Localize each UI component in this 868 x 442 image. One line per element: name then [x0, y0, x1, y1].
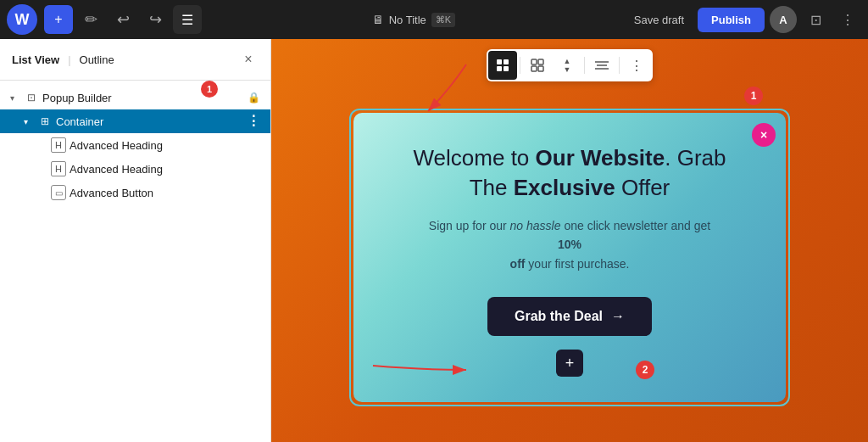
advanced-heading-2-label: Advanced Heading — [70, 163, 260, 176]
align-button[interactable] — [587, 51, 616, 80]
no-title-label: No Title — [389, 14, 426, 26]
sidebar-header: List View | Outline × — [0, 39, 270, 81]
popup-outer-border: × Welcome to Our Website. Grab The Exclu… — [349, 109, 790, 406]
lock-icon: 🔒 — [248, 92, 260, 104]
view-toggle-button[interactable]: ⊡ — [802, 6, 829, 33]
svg-rect-2 — [497, 66, 502, 71]
arrow-icon: → — [611, 309, 625, 324]
topbar: W + ✏ ↩ ↪ ☰ 🖥 No Title ⌘K Save draft Pub… — [0, 0, 868, 39]
svg-rect-4 — [531, 59, 537, 64]
chevron-down-icon: ▾ — [24, 117, 34, 126]
grab-deal-button[interactable]: Grab the Deal → — [487, 297, 652, 336]
popup-close-button[interactable]: × — [752, 123, 776, 147]
grid-view-button[interactable] — [523, 51, 552, 80]
annotation-badge-1: 1 — [201, 81, 218, 98]
toolbar-divider-2 — [584, 57, 585, 74]
sidebar: List View | Outline × ▾ ⊡ Popup Builder … — [0, 39, 271, 442]
more-options-toolbar-button[interactable]: ⋮ — [622, 51, 651, 80]
svg-rect-6 — [531, 66, 537, 71]
svg-rect-3 — [504, 66, 509, 71]
svg-rect-0 — [497, 59, 502, 64]
edit-tool-button[interactable]: ✏ — [76, 5, 105, 34]
tree-item-advanced-heading-1[interactable]: ▾ H Advanced Heading — [0, 133, 270, 157]
svg-rect-5 — [538, 59, 543, 64]
tree-item-advanced-heading-2[interactable]: ▾ H Advanced Heading — [0, 157, 270, 181]
topbar-right: Save draft Publish A ⊡ ⋮ — [626, 6, 861, 33]
tree-item-popup-builder[interactable]: ▾ ⊡ Popup Builder 🔒 1 — [0, 86, 270, 109]
advanced-button-label: Advanced Button — [70, 187, 260, 199]
wp-logo-icon[interactable]: W — [7, 4, 37, 35]
container-label: Container — [56, 115, 243, 128]
sidebar-close-button[interactable]: × — [236, 48, 260, 71]
redo-button[interactable]: ↪ — [141, 5, 170, 34]
popup-wrapper: × Welcome to Our Website. Grab The Exclu… — [349, 109, 790, 406]
topbar-center: 🖥 No Title ⌘K — [205, 8, 622, 32]
container-more-icon[interactable]: ⋮ — [247, 115, 260, 128]
tab-list-view[interactable]: List View — [10, 50, 61, 70]
heading-icon: H — [51, 137, 66, 153]
page-title-button[interactable]: 🖥 No Title ⌘K — [364, 8, 464, 32]
save-draft-button[interactable]: Save draft — [626, 8, 693, 31]
publish-button[interactable]: Publish — [698, 8, 765, 32]
user-avatar-button[interactable]: A — [770, 6, 797, 33]
container-icon: ⊞ — [37, 114, 53, 129]
svg-rect-7 — [538, 66, 543, 71]
toolbar-divider — [520, 57, 520, 74]
button-icon: ▭ — [51, 185, 66, 200]
advanced-heading-1-label: Advanced Heading — [70, 139, 260, 152]
grab-deal-label: Grab the Deal — [515, 309, 603, 324]
popup-icon: ⊡ — [24, 90, 39, 105]
add-block-inside-button[interactable]: + — [556, 350, 583, 377]
list-view-button[interactable]: ☰ — [173, 5, 202, 34]
sidebar-tree: ▾ ⊡ Popup Builder 🔒 1 ▾ ⊞ Container ⋮ ▾ … — [0, 81, 270, 442]
cmd-badge: ⌘K — [431, 13, 455, 27]
popup-title: Welcome to Our Website. Grab The Exclusi… — [414, 143, 726, 203]
heading-icon-2: H — [51, 161, 66, 176]
tab-outline[interactable]: Outline — [78, 50, 116, 70]
tree-item-container[interactable]: ▾ ⊞ Container ⋮ — [0, 109, 270, 133]
canvas-area: ▲▼ ⋮ × — [271, 39, 868, 442]
add-block-button[interactable]: + — [44, 5, 73, 34]
popup-card: × Welcome to Our Website. Grab The Exclu… — [353, 113, 786, 402]
svg-rect-1 — [504, 59, 509, 64]
undo-button[interactable]: ↩ — [108, 5, 137, 34]
popup-subtitle: Sign up for our no hassle one click news… — [426, 216, 714, 273]
tree-item-advanced-button[interactable]: ▾ ▭ Advanced Button — [0, 181, 270, 204]
block-type-button[interactable] — [488, 51, 517, 80]
move-up-down-button[interactable]: ▲▼ — [553, 51, 581, 80]
canvas-content: × Welcome to Our Website. Grab The Exclu… — [271, 39, 868, 442]
block-toolbar: ▲▼ ⋮ — [487, 49, 653, 81]
toolbar-divider-3 — [619, 57, 620, 74]
main-area: List View | Outline × ▾ ⊡ Popup Builder … — [0, 39, 868, 442]
more-options-button[interactable]: ⋮ — [834, 6, 861, 33]
chevron-down-icon: ▾ — [10, 93, 20, 103]
